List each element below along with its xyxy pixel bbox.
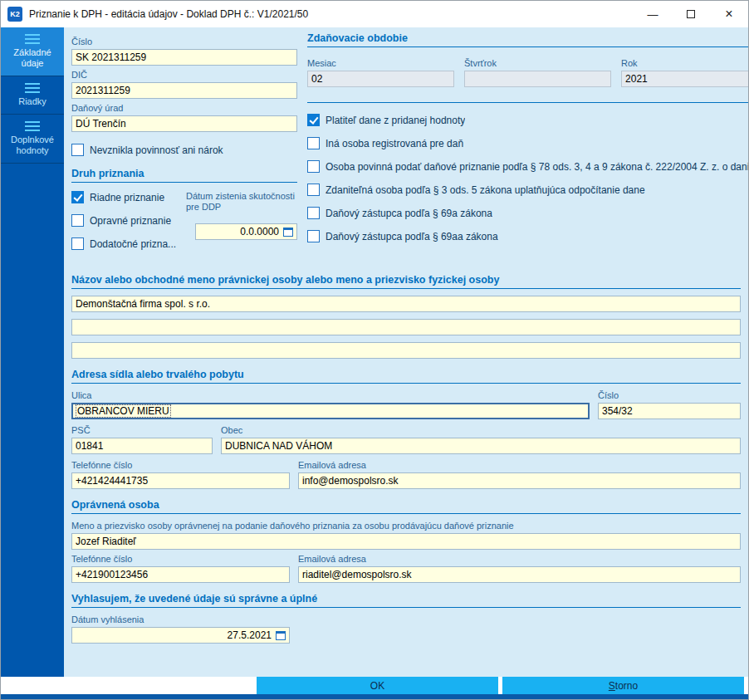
dic-input[interactable]: 2021311259 (71, 82, 297, 99)
obec-label: Obec (221, 425, 741, 435)
danovy-urad-input[interactable]: DÚ Trenčín (71, 115, 297, 132)
calendar-icon[interactable] (276, 631, 286, 640)
opravnena-email-field: Emailová adresa riaditel@demospolsro.sk (298, 550, 741, 583)
ok-button[interactable]: OK (257, 677, 498, 694)
right-column: Zdaňovacie obdobie Mesiac 02 Štvrťrok Ro… (307, 32, 748, 261)
section-druh-priznania: Druh priznania (71, 168, 297, 183)
email-input[interactable]: info@demospolsro.sk (298, 472, 741, 489)
stvrtrok-field: Štvrťrok (464, 54, 611, 87)
nazov-inputs: Demonštačná firma spol. s r.o. (71, 296, 741, 359)
sidebar: Základné údaje Riadky Doplnkové hodnoty (1, 27, 64, 677)
checkbox-opravne-priznanie[interactable]: Opravné priznanie (71, 214, 183, 227)
obec-input[interactable]: DUBNICA NAD VÁHOM (221, 438, 741, 454)
calendar-icon[interactable] (283, 228, 293, 237)
window-controls: — × (634, 1, 748, 27)
datum-vyhlasenia-label: Dátum vyhlásenia (71, 614, 741, 624)
datum-zistenia-input[interactable]: 0.0.0000 (195, 223, 297, 240)
ulica-input[interactable]: OBRANCOV MIERU (71, 403, 590, 419)
checkbox-box[interactable] (307, 184, 320, 196)
bottom-strip (1, 694, 748, 699)
menu-icon (25, 121, 40, 131)
nazov-line1-input[interactable]: Demonštačná firma spol. s r.o. (71, 296, 741, 312)
footer-spacer (1, 677, 252, 694)
window-title: Priznanie k DPH - editácia údajov - Dokl… (29, 8, 634, 20)
divider (307, 102, 748, 103)
section-vyhlasenie: Vyhlasujem, že uvedené údaje sú správne … (71, 593, 741, 608)
cislo-input[interactable]: SK 2021311259 (71, 49, 297, 66)
sidebar-item-label: Riadky (18, 96, 47, 106)
maximize-button[interactable] (672, 1, 710, 27)
checkbox-box[interactable] (71, 237, 84, 250)
sidebar-item-zakladne-udaje[interactable]: Základné údaje (1, 27, 64, 76)
email-field: Emailová adresa info@demospolsro.sk (298, 456, 741, 489)
datum-zistenia-value: 0.0.0000 (240, 226, 279, 237)
checkbox-box[interactable] (71, 191, 84, 203)
nazov-line3-input[interactable] (71, 342, 741, 359)
stvrtrok-input[interactable] (464, 71, 611, 87)
druh-options: Riadne priznanie Opravné priznanie Dodat… (71, 191, 183, 261)
opravnena-email-label: Emailová adresa (298, 554, 741, 564)
titlebar: K2 Priznanie k DPH - editácia údajov - D… (1, 1, 748, 27)
email-label: Emailová adresa (298, 460, 741, 470)
checkbox-platitel-dph[interactable]: Platiteľ dane z pridanej hodnoty (307, 114, 748, 126)
checkbox-dodatocne-priznanie[interactable]: Dodatočné prizna... (71, 237, 183, 250)
mesiac-label: Mesiac (307, 58, 454, 68)
psc-field: PSČ 01841 (71, 421, 213, 454)
opravnena-meno-label: Meno a priezvisko osoby oprávnenej na po… (71, 521, 741, 531)
checkbox-nevznikla-povinnost[interactable]: Nevznikla povinnosť ani nárok (71, 144, 297, 156)
maximize-icon (687, 10, 695, 18)
opravnena-email-input[interactable]: riaditel@demospolsro.sk (298, 566, 741, 583)
opravnena-meno-input[interactable]: Jozef Riaditeľ (71, 533, 741, 550)
checkbox-box[interactable] (71, 144, 84, 156)
storno-button[interactable]: Storno (502, 677, 744, 694)
sidebar-item-riadky[interactable]: Riadky (1, 76, 64, 115)
obec-field: Obec DUBNICA NAD VÁHOM (221, 421, 741, 454)
ulica-value: OBRANCOV MIERU (76, 404, 171, 418)
form-main: Číslo SK 2021311259 DIČ 2021311259 Daňov… (64, 27, 748, 677)
checkbox-zastupca-69a[interactable]: Daňový zástupca podľa § 69a zákona (307, 207, 748, 219)
checkbox-box[interactable] (307, 207, 320, 219)
stvrtrok-label: Štvrťrok (464, 58, 611, 68)
checkbox-box[interactable] (71, 214, 84, 227)
ulica-field: Ulica OBRANCOV MIERU (71, 390, 590, 419)
checkbox-riadne-priznanie[interactable]: Riadne priznanie (71, 191, 183, 203)
checkbox-box[interactable] (307, 114, 320, 126)
close-button[interactable]: × (710, 1, 748, 27)
psc-label: PSČ (71, 425, 213, 435)
nazov-line2-input[interactable] (71, 319, 741, 335)
section-opravnena-osoba: Oprávnená osoba (71, 499, 741, 514)
section-zdanovacie-obdobie: Zdaňovacie obdobie (307, 32, 748, 47)
left-column: Číslo SK 2021311259 DIČ 2021311259 Daňov… (71, 32, 297, 261)
cislo-domu-label: Číslo (598, 390, 741, 400)
datum-vyhlasenia-value: 27.5.2021 (228, 629, 272, 641)
danovy-urad-label: Daňový úrad (71, 103, 297, 113)
checkbox-ina-osoba[interactable]: Iná osoba registrovaná pre daň (307, 137, 748, 149)
section-adresa: Adresa sídla alebo trvalého pobytu (71, 369, 741, 384)
ulica-label: Ulica (71, 390, 590, 400)
opravnena-telefon-input[interactable]: +421900123456 (71, 566, 290, 583)
psc-input[interactable]: 01841 (71, 438, 213, 454)
mesiac-field: Mesiac 02 (307, 54, 454, 87)
cislo-domu-field: Číslo 354/32 (598, 390, 741, 419)
datum-vyhlasenia-input[interactable]: 27.5.2021 (71, 627, 290, 644)
checkbox-box[interactable] (307, 160, 320, 173)
footer: OK Storno (1, 677, 748, 694)
opravnena-telefon-label: Telefónne číslo (71, 554, 290, 564)
sidebar-item-label: Doplnkové hodnoty (11, 135, 54, 155)
checkbox-box[interactable] (307, 230, 320, 242)
telefon-field: Telefónne číslo +421424441735 (71, 456, 290, 489)
telefon-input[interactable]: +421424441735 (71, 472, 290, 489)
checkbox-zastupca-69aa[interactable]: Daňový zástupca podľa § 69aa zákona (307, 230, 748, 242)
checkbox-box[interactable] (307, 137, 320, 149)
rok-input[interactable]: 2021 (621, 71, 748, 87)
checkbox-osoba-povinna[interactable]: Osoba povinná podať daňové priznanie pod… (307, 160, 748, 173)
flag-checkboxes: Platiteľ dane z pridanej hodnoty Iná oso… (307, 114, 748, 242)
rok-field: Rok 2021 (621, 54, 748, 87)
minimize-button[interactable]: — (634, 1, 672, 27)
rok-label: Rok (621, 58, 748, 68)
checkbox-zdanitelna-osoba[interactable]: Zdaniteľná osoba podľa § 3 ods. 5 zákona… (307, 184, 748, 196)
sidebar-item-label: Základné údaje (13, 47, 51, 68)
sidebar-item-doplnkove-hodnoty[interactable]: Doplnkové hodnoty (1, 115, 64, 164)
mesiac-input[interactable]: 02 (307, 71, 454, 87)
cislo-domu-input[interactable]: 354/32 (598, 403, 741, 419)
